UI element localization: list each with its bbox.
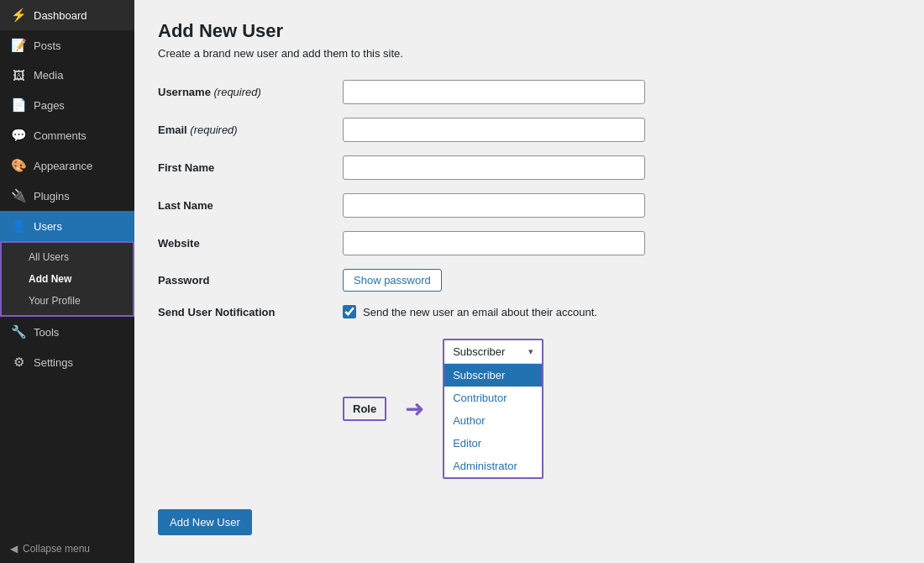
password-label: Password xyxy=(158,274,343,287)
sidebar-item-label: Comments xyxy=(34,129,87,142)
sidebar-item-users[interactable]: 👤 Users xyxy=(0,211,134,241)
sidebar-item-comments[interactable]: 💬 Comments xyxy=(0,120,134,150)
sidebar-item-label: Pages xyxy=(34,99,65,112)
sidebar-item-posts[interactable]: 📝 Posts xyxy=(0,30,134,61)
notification-row: Send User Notification Send the new user… xyxy=(158,305,900,318)
firstname-label: First Name xyxy=(158,161,343,174)
lastname-input[interactable] xyxy=(343,193,645,218)
role-section: Role ➜ Subscriber ▾ Subscriber Contribut… xyxy=(343,339,543,479)
website-input[interactable] xyxy=(343,231,645,255)
firstname-row: First Name xyxy=(158,155,900,180)
lastname-label: Last Name xyxy=(158,199,343,212)
sidebar-item-label: Posts xyxy=(34,39,61,52)
sidebar-item-all-users[interactable]: All Users xyxy=(2,246,133,268)
pages-icon: 📄 xyxy=(10,97,27,113)
role-arrow-icon: ➜ xyxy=(405,395,424,423)
main-content: Add New User Create a brand new user and… xyxy=(134,0,924,563)
sidebar: ⚡ Dashboard 📝 Posts 🖼 Media 📄 Pages 💬 Co… xyxy=(0,0,134,563)
users-submenu: All Users Add New Your Profile xyxy=(0,241,134,317)
notification-checkbox[interactable] xyxy=(343,305,356,318)
password-row: Password Show password xyxy=(158,269,900,292)
lastname-row: Last Name xyxy=(158,193,900,218)
role-option-subscriber[interactable]: Subscriber xyxy=(444,364,542,387)
settings-icon: ⚙ xyxy=(10,355,27,370)
sidebar-item-label: Media xyxy=(34,69,63,82)
collapse-menu[interactable]: ◀ Collapse menu xyxy=(0,534,134,563)
users-icon: 👤 xyxy=(10,218,27,234)
username-input[interactable] xyxy=(343,80,645,104)
role-option-contributor[interactable]: Contributor xyxy=(444,387,542,409)
subtitle-text: Create a brand new user and add them to … xyxy=(158,47,403,60)
sidebar-item-plugins[interactable]: 🔌 Plugins xyxy=(0,181,134,211)
show-password-button[interactable]: Show password xyxy=(343,269,442,292)
tools-icon: 🔧 xyxy=(10,324,27,339)
sidebar-item-label: Users xyxy=(34,220,62,233)
sidebar-item-pages[interactable]: 📄 Pages xyxy=(0,90,134,120)
sidebar-item-label: Dashboard xyxy=(34,9,87,22)
role-select-header[interactable]: Subscriber ▾ xyxy=(444,340,542,364)
sidebar-item-label: Plugins xyxy=(34,190,70,203)
sidebar-item-dashboard[interactable]: ⚡ Dashboard xyxy=(0,0,134,30)
sidebar-item-label: Tools xyxy=(34,326,59,339)
sidebar-item-appearance[interactable]: 🎨 Appearance xyxy=(0,150,134,181)
role-options-list: Subscriber Contributor Author Editor Adm… xyxy=(444,364,542,477)
website-row: Website xyxy=(158,231,900,255)
sidebar-item-your-profile[interactable]: Your Profile xyxy=(2,290,133,312)
comments-icon: 💬 xyxy=(10,128,27,143)
sidebar-item-tools[interactable]: 🔧 Tools xyxy=(0,317,134,347)
role-option-administrator[interactable]: Administrator xyxy=(444,455,542,477)
role-row: Role ➜ Subscriber ▾ Subscriber Contribut… xyxy=(158,332,900,496)
email-row: Email (required) xyxy=(158,118,900,142)
role-option-author[interactable]: Author xyxy=(444,409,542,432)
role-option-editor[interactable]: Editor xyxy=(444,432,542,455)
add-new-user-button[interactable]: Add New User xyxy=(158,509,252,535)
role-dropdown[interactable]: Subscriber ▾ Subscriber Contributor Auth… xyxy=(443,339,543,479)
appearance-icon: 🎨 xyxy=(10,158,27,173)
posts-icon: 📝 xyxy=(10,38,27,53)
username-row: Username (required) xyxy=(158,80,900,104)
notification-content: Send the new user an email about their a… xyxy=(343,305,597,318)
email-label: Email (required) xyxy=(158,124,343,136)
page-title: Add New User xyxy=(158,20,900,42)
role-selected-text: Subscriber xyxy=(453,345,505,358)
role-label-box: Role xyxy=(343,397,386,421)
email-input[interactable] xyxy=(343,118,645,142)
firstname-input[interactable] xyxy=(343,155,645,180)
notification-text: Send the new user an email about their a… xyxy=(363,306,597,318)
dashboard-icon: ⚡ xyxy=(10,8,27,23)
plugins-icon: 🔌 xyxy=(10,188,27,203)
notification-label: Send User Notification xyxy=(158,306,343,318)
website-label: Website xyxy=(158,237,343,250)
media-icon: 🖼 xyxy=(10,68,27,82)
collapse-icon: ◀ xyxy=(10,543,18,555)
sidebar-item-label: Settings xyxy=(34,356,73,369)
submit-section: Add New User xyxy=(158,509,900,535)
username-label: Username (required) xyxy=(158,86,343,98)
chevron-down-icon: ▾ xyxy=(528,346,533,357)
page-subtitle: Create a brand new user and add them to … xyxy=(158,47,900,60)
sidebar-item-settings[interactable]: ⚙ Settings xyxy=(0,347,134,377)
sidebar-item-media[interactable]: 🖼 Media xyxy=(0,61,134,90)
sidebar-item-add-new[interactable]: Add New xyxy=(2,268,133,290)
sidebar-item-label: Appearance xyxy=(34,160,92,172)
